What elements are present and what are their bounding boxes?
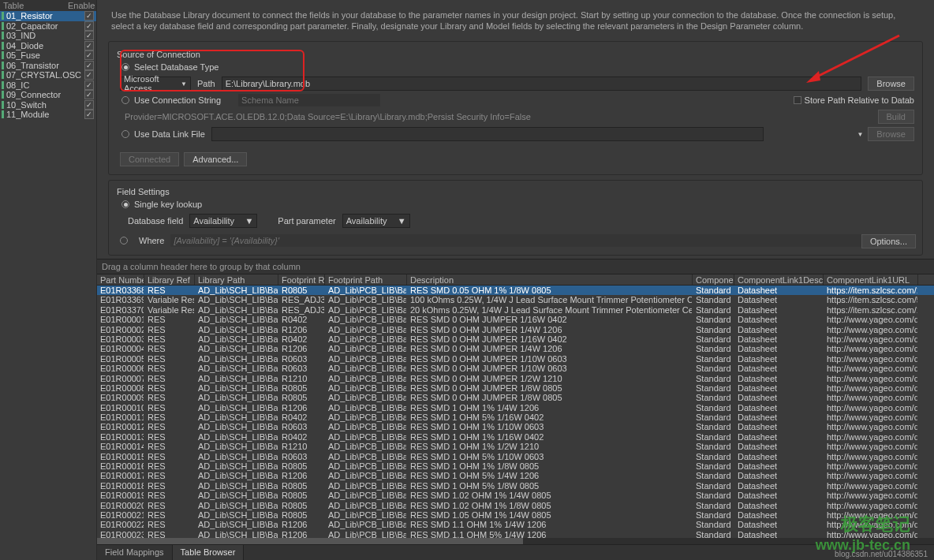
col-link-desc[interactable]: ComponentLink1Description xyxy=(734,274,824,285)
col-library-path[interactable]: Library Path xyxy=(195,274,278,285)
h-scroll-thumb[interactable] xyxy=(97,538,523,544)
tab-table-browser[interactable]: Table Browser xyxy=(173,545,245,560)
sidebar-item[interactable]: 09_Connector✓ xyxy=(0,90,96,100)
chevron-down-icon: ▼ xyxy=(245,216,253,226)
build-button[interactable]: Build xyxy=(878,110,914,124)
col-component[interactable]: Component xyxy=(693,274,734,285)
radio-use-data-link[interactable] xyxy=(121,130,129,138)
sidebar-item-label: 07_CRYSTAL.OSC xyxy=(6,70,84,80)
sidebar-item[interactable]: 02_Capacitor✓ xyxy=(0,21,96,32)
enable-checkbox[interactable]: ✓ xyxy=(84,31,94,40)
schema-input[interactable] xyxy=(238,94,380,106)
enable-checkbox[interactable]: ✓ xyxy=(84,100,94,110)
enable-checkbox[interactable]: ✓ xyxy=(84,90,94,99)
table-row[interactable]: E01R00004RESAD_Lib\SCH_LIB\Basic.SchLibR… xyxy=(97,344,934,353)
col-description[interactable]: Description xyxy=(407,274,693,285)
col-library-ref[interactable]: Library Ref xyxy=(144,274,195,285)
group-bar[interactable]: Drag a column header here to group by th… xyxy=(97,259,934,274)
table-row[interactable]: E01R00003RESAD_Lib\SCH_LIB\Basic.SchLibR… xyxy=(97,334,934,344)
sidebar-header-enable[interactable]: Enable xyxy=(68,1,96,10)
h-scrollbar[interactable] xyxy=(97,538,934,544)
table-row[interactable]: E01R00010RESAD_Lib\SCH_LIB\Basic.SchLibR… xyxy=(97,403,934,413)
table-row[interactable]: E01R00011RESAD_Lib\SCH_LIB\Basic.SchLibR… xyxy=(97,413,934,422)
path-input[interactable]: E:\Library\Library.mdb xyxy=(222,77,862,91)
sidebar-item-label: 10_Switch xyxy=(6,100,84,110)
store-path-checkbox[interactable] xyxy=(794,96,801,104)
sidebar-item[interactable]: 06_Transistor✓ xyxy=(0,61,96,71)
store-path-label: Store Path Relative to Datab xyxy=(805,95,914,105)
table-row[interactable]: E01R00002RESAD_Lib\SCH_LIB\Basic.SchLibR… xyxy=(97,325,934,334)
enable-checkbox[interactable]: ✓ xyxy=(84,80,94,90)
radio-use-conn-string[interactable] xyxy=(121,96,129,104)
enable-checkbox[interactable]: ✓ xyxy=(84,50,94,60)
enable-checkbox[interactable]: ✓ xyxy=(84,11,94,21)
table-icon xyxy=(2,62,4,69)
datalink-input[interactable] xyxy=(211,127,764,141)
advanced-button[interactable]: Advanced... xyxy=(184,152,247,166)
datalink-dropdown-icon[interactable]: ▼ xyxy=(857,131,863,138)
radio-where[interactable] xyxy=(120,237,128,245)
label-use-conn-string: Use Connection String xyxy=(134,95,221,105)
sidebar-header-table[interactable]: Table xyxy=(0,1,68,10)
sidebar-item[interactable]: 01_Resistor✓ xyxy=(0,11,96,21)
enable-checkbox[interactable]: ✓ xyxy=(84,41,94,50)
table-row[interactable]: E01R00019RESAD_Lib\SCH_LIB\Basic.SchLibR… xyxy=(97,491,934,500)
sidebar-item[interactable]: 11_Module✓ xyxy=(0,110,96,120)
db-field-label: Database field xyxy=(128,216,183,226)
path-label: Path xyxy=(197,79,215,88)
sidebar-item[interactable]: 07_CRYSTAL.OSC✓ xyxy=(0,70,96,80)
sidebar-item[interactable]: 03_IND✓ xyxy=(0,31,96,41)
table-row[interactable]: E01R03368RESAD_Lib\SCH_LIB\Basic.SchLibR… xyxy=(97,286,934,295)
table-row[interactable]: E01R00021RESAD_Lib\SCH_LIB\Basic.SchLibR… xyxy=(97,510,934,520)
table-row[interactable]: E01R00023RESAD_Lib\SCH_LIB\Basic.SchLibR… xyxy=(97,530,934,538)
where-input[interactable] xyxy=(170,234,914,247)
browse2-button[interactable]: Browse xyxy=(868,127,914,141)
table-row[interactable]: E01R00001RESAD_Lib\SCH_LIB\Basic.SchLibR… xyxy=(97,315,934,324)
tab-field-mappings[interactable]: Field Mappings xyxy=(97,545,173,560)
sidebar-item-label: 05_Fuse xyxy=(6,50,84,60)
table-row[interactable]: E01R00020RESAD_Lib\SCH_LIB\Basic.SchLibR… xyxy=(97,501,934,510)
options-button[interactable]: Options... xyxy=(861,234,916,248)
sidebar-item-label: 01_Resistor xyxy=(6,11,84,21)
table-row[interactable]: E01R00012RESAD_Lib\SCH_LIB\Basic.SchLibR… xyxy=(97,422,934,431)
col-link-url[interactable]: ComponentLink1URL xyxy=(824,274,918,285)
table-icon xyxy=(2,71,4,79)
col-footprint-path[interactable]: Footprint Path xyxy=(325,274,407,285)
sidebar-item[interactable]: 05_Fuse✓ xyxy=(0,50,96,61)
radio-single-key[interactable] xyxy=(121,200,129,208)
table-row[interactable]: E01R00008RESAD_Lib\SCH_LIB\Basic.SchLibR… xyxy=(97,383,934,393)
enable-checkbox[interactable]: ✓ xyxy=(84,21,94,31)
table-row[interactable]: E01R00015RESAD_Lib\SCH_LIB\Basic.SchLibR… xyxy=(97,452,934,461)
table-row[interactable]: E01R00005RESAD_Lib\SCH_LIB\Basic.SchLibR… xyxy=(97,354,934,364)
table-row[interactable]: E01R03370Variable ResistorsAD_Lib\SCH_LI… xyxy=(97,305,934,315)
db-type-dropdown[interactable]: Microsoft Access ▼ xyxy=(120,77,191,91)
browse-button[interactable]: Browse xyxy=(868,77,914,91)
table-row[interactable]: E01R00018RESAD_Lib\SCH_LIB\Basic.SchLibR… xyxy=(97,481,934,491)
enable-checkbox[interactable]: ✓ xyxy=(84,61,94,70)
table-row[interactable]: E01R00007RESAD_Lib\SCH_LIB\Basic.SchLibR… xyxy=(97,374,934,383)
table-row[interactable]: E01R00006RESAD_Lib\SCH_LIB\Basic.SchLibR… xyxy=(97,364,934,373)
label-use-data-link: Use Data Link File xyxy=(134,129,205,139)
sidebar-item-label: 02_Capacitor xyxy=(6,21,84,31)
table-row[interactable]: E01R00009RESAD_Lib\SCH_LIB\Basic.SchLibR… xyxy=(97,393,934,402)
table-row[interactable]: E01R00017RESAD_Lib\SCH_LIB\Basic.SchLibR… xyxy=(97,471,934,480)
sidebar-item-label: 11_Module xyxy=(6,110,84,119)
table-icon xyxy=(2,81,4,89)
table-row[interactable]: E01R03369Variable ResistorsAD_Lib\SCH_LI… xyxy=(97,295,934,304)
enable-checkbox[interactable]: ✓ xyxy=(84,110,94,119)
table-row[interactable]: E01R00014RESAD_Lib\SCH_LIB\Basic.SchLibR… xyxy=(97,442,934,451)
radio-select-db-type[interactable] xyxy=(121,63,129,71)
col-part-number[interactable]: Part Number xyxy=(97,274,144,285)
sidebar-item[interactable]: 08_IC✓ xyxy=(0,80,96,91)
connected-button[interactable]: Connected xyxy=(120,152,179,166)
table-row[interactable]: E01R00013RESAD_Lib\SCH_LIB\Basic.SchLibR… xyxy=(97,432,934,442)
col-footprint-ref[interactable]: Footprint Ref xyxy=(278,274,325,285)
sidebar-item[interactable]: 10_Switch✓ xyxy=(0,100,96,110)
db-field-dropdown[interactable]: Availability▼ xyxy=(189,214,257,228)
table-icon xyxy=(2,51,4,59)
table-row[interactable]: E01R00016RESAD_Lib\SCH_LIB\Basic.SchLibR… xyxy=(97,461,934,471)
part-param-dropdown[interactable]: Availability▼ xyxy=(342,214,410,228)
sidebar-item[interactable]: 04_Diode✓ xyxy=(0,41,96,51)
enable-checkbox[interactable]: ✓ xyxy=(84,70,94,80)
table-row[interactable]: E01R00022RESAD_Lib\SCH_LIB\Basic.SchLibR… xyxy=(97,520,934,529)
